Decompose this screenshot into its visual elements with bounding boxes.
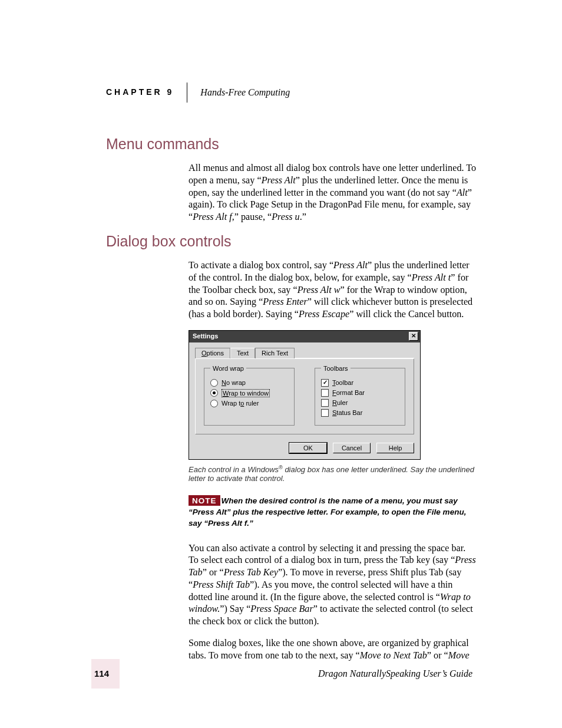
dialog-controls-para-1: To activate a dialog box control, say “P… [189,259,477,321]
checkbox-ruler[interactable]: Ruler [321,399,399,407]
dialog-title: Settings [193,332,218,340]
heading-menu-commands: Menu commands [106,136,477,153]
tab-panel: Word wrap No wrap Wrap to window Wrap to… [195,358,414,434]
tab-rich-text[interactable]: Rich Text [255,348,295,358]
note-block: NOTEWhen the desired control is the name… [189,496,477,529]
tab-text[interactable]: Text [230,348,255,358]
ok-button[interactable]: OK [289,443,327,453]
dialog-controls-para-3: Some dialog boxes, like the one shown ab… [189,637,477,661]
note-badge: NOTE [189,495,220,506]
close-icon[interactable]: ✕ [409,332,418,341]
radio-no-wrap[interactable]: No wrap [210,379,288,387]
dialog-tabs: Options Text Rich Text [195,347,414,358]
figure-caption: Each control in a Windows® dialog box ha… [189,465,477,483]
menu-commands-para: All menus and almost all dialog box cont… [189,162,477,223]
tab-options[interactable]: Options [195,348,230,358]
checkbox-format-bar[interactable]: Format Bar [321,389,399,397]
settings-dialog: Settings ✕ Options Text Rich Text Word w… [189,330,421,460]
toolbars-legend: Toolbars [321,365,351,372]
running-header: CHAPTER 9 Hands-Free Computing [106,87,483,103]
toolbars-group: Toolbars ✓ Toolbar Format Bar Ruler [315,365,405,426]
chapter-label: CHAPTER 9 [106,87,187,103]
heading-dialog-box-controls: Dialog box controls [106,233,477,250]
chapter-title: Hands-Free Computing [187,87,290,103]
radio-wrap-to-window[interactable]: Wrap to window [210,389,288,397]
dialog-controls-para-2: You can also activate a control by selec… [189,542,477,628]
word-wrap-group: Word wrap No wrap Wrap to window Wrap to… [204,365,295,426]
footer-book-title: Dragon NaturallySpeaking User’s Guide [318,668,472,679]
cancel-button[interactable]: Cancel [333,443,371,453]
dialog-titlebar: Settings ✕ [189,331,420,342]
word-wrap-legend: Word wrap [210,365,246,372]
radio-wrap-to-ruler[interactable]: Wrap to ruler [210,400,288,407]
checkbox-toolbar[interactable]: ✓ Toolbar [321,379,399,387]
checkbox-status-bar[interactable]: Status Bar [321,409,399,417]
page-number: 114 [94,668,109,678]
help-button[interactable]: Help [376,443,414,453]
